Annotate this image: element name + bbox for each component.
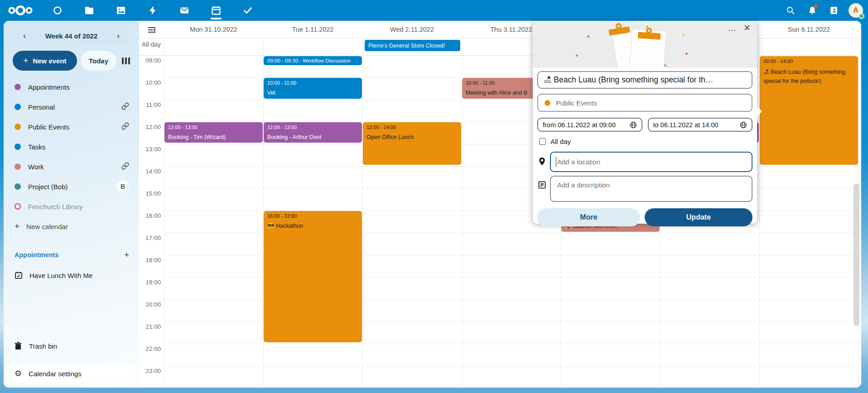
calendar-name: Project (Bob) (28, 183, 116, 191)
close-icon[interactable]: ✕ (743, 24, 751, 32)
event-workflow-discussion[interactable]: 09:00 - 09:30 - Workflow Discussion (264, 56, 362, 65)
photos-icon[interactable] (111, 0, 130, 21)
time-label: 14:00 (139, 168, 161, 175)
share-link-icon[interactable] (121, 102, 129, 111)
day-header-sun[interactable]: Sun 6.11.2022 (759, 21, 858, 38)
event-title-value: 🏖 Beach Luau (Bring something special fo… (544, 75, 714, 85)
time-label: 21:00 (139, 323, 161, 330)
end-datetime-value: to 06.11.2022 at 14:00 (653, 121, 719, 129)
trash-bin-label: Trash bin (29, 342, 57, 350)
more-options-icon[interactable]: … (728, 24, 736, 32)
new-event-button[interactable]: + New event (13, 51, 77, 71)
calendar-item-fenchurch-library[interactable]: Fenchurch Library (4, 196, 139, 216)
notifications-icon[interactable] (805, 3, 820, 18)
timezone-globe-icon[interactable] (740, 121, 747, 129)
day-label: Thu 3.11.2022 (490, 26, 532, 33)
add-appointment-button[interactable]: + (124, 250, 129, 260)
calendar-color-dot (545, 100, 550, 106)
event-booking-tim[interactable]: 12:00 - 13:00 Booking - Tim (Wizard) (164, 122, 263, 143)
trash-icon (14, 342, 22, 350)
event-hackathon[interactable]: 16:00 - 22:00 😎 Hackathon (264, 211, 362, 342)
location-input[interactable] (550, 152, 752, 172)
event-vet[interactable]: 10:00 - 11:00 Vet (264, 78, 362, 99)
activity-icon[interactable] (143, 0, 162, 21)
contacts-icon[interactable] (826, 3, 842, 18)
calendar-name: Tasks (28, 143, 129, 151)
time-label: 22:00 (139, 345, 161, 352)
trash-bin-button[interactable]: Trash bin (4, 336, 139, 356)
all-day-label: All day (139, 41, 161, 48)
calendar-app-icon[interactable] (207, 0, 226, 21)
share-link-icon[interactable] (121, 122, 129, 131)
avatar[interactable]: A (848, 3, 863, 18)
calendar-name: Public Events (28, 123, 121, 131)
start-datetime-field[interactable]: from 06.11.2022 at 09:00 (537, 118, 642, 132)
dashboard-icon[interactable] (48, 0, 67, 21)
calendar-item-work[interactable]: Work (4, 157, 139, 177)
timezone-globe-icon[interactable] (630, 121, 637, 129)
nextcloud-logo[interactable] (7, 4, 34, 17)
calendar-color-dot (14, 183, 21, 190)
share-link-icon[interactable] (121, 162, 129, 171)
files-icon[interactable] (80, 0, 99, 21)
calendar-item-project-bob[interactable]: Project (Bob) B (4, 177, 139, 196)
day-header-wed[interactable]: Wed 2.11.2022 (362, 21, 462, 38)
event-time: 16:00 - 22:00 (267, 213, 358, 219)
end-datetime-field[interactable]: to 06.11.2022 at 14:00 (648, 118, 753, 132)
next-week-button[interactable]: › (114, 31, 123, 41)
time-label: 12:00 (139, 124, 161, 130)
all-day-toggle[interactable]: All day (539, 138, 752, 145)
view-mode-icon[interactable] (122, 58, 130, 64)
event-title: 🏖 Beach Luau (Bring something special fo… (763, 67, 854, 86)
shared-user-avatar: B (116, 180, 129, 193)
description-input[interactable] (550, 176, 752, 202)
update-button-label: Update (686, 213, 711, 221)
event-time: 12:00 - 13:00 (267, 125, 358, 130)
calendar-color-dot (14, 163, 21, 170)
allday-event-pierres-store[interactable]: Pierre's General Store Closed! (365, 40, 460, 51)
today-button[interactable]: Today (81, 51, 116, 71)
popover-arrow (757, 106, 762, 117)
calendar-name: Fenchurch Library (28, 203, 129, 211)
event-booking-arthur[interactable]: 12:00 - 13:00 Booking - Arthur Dent (264, 122, 362, 143)
section-title: Appointments (14, 251, 58, 259)
search-icon[interactable] (783, 3, 798, 18)
time-label: 13:00 (139, 146, 161, 153)
more-button-label: More (580, 213, 597, 221)
day-label: Mon 31.10.2022 (190, 26, 237, 33)
calendar-name: Work (28, 163, 121, 171)
event-open-office-lunch[interactable]: 12:00 - 14:00 Open Office Lunch (363, 122, 461, 165)
time-label: 19:00 (139, 279, 161, 286)
calendar-item-public-events[interactable]: Public Events (4, 117, 139, 137)
day-header-tue[interactable]: Tue 1.11.2022 (263, 21, 362, 38)
calendar-item-personal[interactable]: Personal (4, 97, 139, 117)
new-event-label: New event (33, 57, 66, 65)
new-calendar-button[interactable]: + New calendar (4, 216, 139, 236)
location-pin-icon (537, 157, 546, 166)
calendar-settings-button[interactable]: ⚙ Calendar settings (6, 364, 136, 383)
mail-icon[interactable] (175, 0, 194, 21)
event-title-field[interactable]: 🏖 Beach Luau (Bring something special fo… (537, 71, 752, 89)
day-header-mon[interactable]: Mon 31.10.2022 (164, 21, 263, 38)
calendar-color-dot (14, 84, 21, 90)
collapse-sidebar-icon[interactable] (147, 27, 156, 35)
tasks-icon[interactable] (238, 0, 257, 21)
calendar-item-tasks[interactable]: Tasks (4, 137, 139, 157)
time-label: 17:00 (139, 235, 161, 241)
sidebar: ‹ Week 44 of 2022 › + New event Today Ap… (4, 21, 139, 388)
previous-week-button[interactable]: ‹ (20, 31, 29, 41)
more-button[interactable]: More (537, 208, 640, 226)
calendar-item-appointments[interactable]: Appointments (4, 77, 139, 97)
day-label: Sun 6.11.2022 (788, 26, 830, 33)
new-calendar-label: New calendar (26, 223, 68, 230)
update-button[interactable]: Update (645, 208, 752, 226)
appointment-item-have-lunch[interactable]: Have Lunch With Me (4, 265, 139, 285)
notification-badge (814, 5, 818, 9)
event-title: Pierre's General Store Closed! (368, 43, 445, 49)
calendar-picker[interactable]: Public Events (537, 94, 752, 112)
all-day-checkbox[interactable] (539, 138, 546, 145)
vertical-scrollbar[interactable] (854, 183, 859, 326)
event-beach-luau[interactable]: 09:00 - 14:00 🏖 Beach Luau (Bring someth… (760, 56, 858, 165)
time-label: 09:00 (139, 57, 161, 64)
calendar-picker-value: Public Events (556, 99, 597, 107)
